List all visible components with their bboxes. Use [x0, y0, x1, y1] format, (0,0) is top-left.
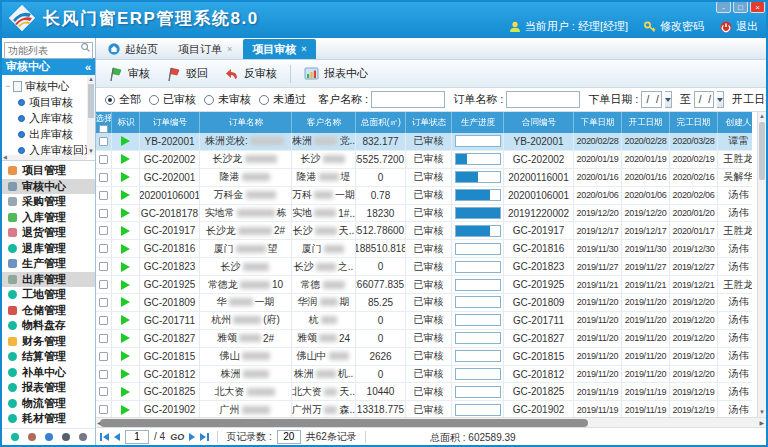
column-header-12[interactable]: 创建人 [718, 112, 760, 133]
column-header-2[interactable]: 订单编号 [140, 112, 200, 133]
table-row[interactable]: YB-202001株洲党校:株洲党..832.177已审核YB-20200120… [96, 133, 752, 151]
tree-expander-icon[interactable]: − [5, 81, 10, 91]
row-checkbox[interactable] [99, 334, 108, 343]
sidebar-item-9[interactable]: 仓储管理 [2, 303, 95, 319]
page-size-input[interactable] [277, 430, 301, 444]
tree-vertical-scrollbar[interactable]: ▲ ▼ [87, 75, 95, 155]
horizontal-scrollbar[interactable]: ◀ ▶ [96, 417, 766, 427]
row-checkbox[interactable] [99, 352, 108, 361]
table-row[interactable]: GC-201815佛山佛山中2626已审核GC-2018152019/11/20… [96, 348, 752, 366]
column-header-8[interactable]: 合同编号 [504, 112, 574, 133]
order-date-from-dropdown[interactable] [665, 91, 672, 108]
column-header-6[interactable]: 订单状态 [406, 112, 452, 133]
status-dot-icon[interactable] [11, 433, 19, 441]
sidebar-item-15[interactable]: 物流管理 [2, 396, 95, 412]
tab-close-icon[interactable]: × [301, 44, 306, 54]
prev-page-button[interactable] [114, 433, 120, 441]
row-checkbox[interactable] [99, 155, 108, 164]
table-row[interactable]: GC-201809华一期华润期85.25已审核GC-2018092019/11/… [96, 294, 752, 312]
scroll-thumb[interactable] [759, 122, 765, 180]
row-checkbox[interactable] [99, 137, 108, 146]
toolbar-button-报表中心[interactable]: 报表中心 [297, 63, 375, 85]
sidebar-item-14[interactable]: 报表管理 [2, 380, 95, 396]
column-header-7[interactable]: 生产进度 [452, 112, 504, 133]
tree-horizontal-scrollbar[interactable]: ◀ [2, 155, 87, 160]
table-row[interactable]: GC-201711杭州(府)杭0已审核GC-2017112019/11/2020… [96, 312, 752, 330]
vertical-scrollbar[interactable]: ▲ ▼ [757, 112, 766, 417]
sidebar-item-12[interactable]: 结算管理 [2, 349, 95, 365]
sidebar-item-11[interactable]: 财务管理 [2, 334, 95, 350]
collapse-icon[interactable]: « [85, 61, 91, 73]
scroll-up-icon[interactable]: ▲ [758, 112, 766, 121]
sidebar-item-2[interactable]: 采购管理 [2, 194, 95, 210]
logout-button[interactable]: 退出 [720, 19, 758, 34]
scroll-down-icon[interactable]: ▼ [758, 408, 766, 417]
customer-name-input[interactable] [371, 91, 445, 108]
row-checkbox[interactable] [99, 209, 108, 218]
maximize-button[interactable]: □ [733, 1, 748, 13]
tab-项目订单[interactable]: 项目订单× [169, 39, 241, 59]
tree-scroll-thumb[interactable] [88, 84, 94, 118]
tree-item-1[interactable]: 入库审核 [5, 110, 86, 126]
sidebar-item-13[interactable]: 补单中心 [2, 365, 95, 381]
page-number-input[interactable] [125, 430, 149, 444]
column-header-0[interactable]: 选择 [96, 112, 112, 133]
minimize-button[interactable]: - [716, 1, 731, 13]
sidebar-item-16[interactable]: 耗材管理 [2, 411, 95, 427]
row-checkbox[interactable] [99, 226, 108, 235]
table-row[interactable]: GC-201827雅颂2#雅颂240已审核GC-2018272019/11/20… [96, 330, 752, 348]
row-checkbox[interactable] [99, 173, 108, 182]
radio-全部[interactable]: 全部 [101, 92, 141, 107]
row-checkbox[interactable] [99, 316, 108, 325]
send-icon[interactable] [45, 433, 53, 441]
column-header-3[interactable]: 订单名称 [200, 112, 292, 133]
tab-close-icon[interactable]: × [227, 44, 232, 54]
sidebar-item-3[interactable]: 入库管理 [2, 210, 95, 226]
tree-item-2[interactable]: 出库审核 [5, 126, 86, 142]
close-button[interactable]: × [750, 1, 765, 13]
scroll-down-icon[interactable]: ▼ [87, 147, 95, 155]
table-row[interactable]: GC-201816厦门望厦门188510.818已审核GC-2018162019… [96, 240, 752, 258]
select-all-checkbox[interactable] [99, 125, 108, 133]
sidebar-item-0[interactable]: 项目管理 [2, 163, 95, 179]
hscroll-thumb[interactable] [100, 419, 588, 427]
radio-已审核[interactable]: 已审核 [145, 92, 196, 107]
column-header-1[interactable]: 标识 [112, 112, 140, 133]
table-row[interactable]: GC-201823长沙长沙之..0已审核GC-2018232019/11/272… [96, 258, 752, 276]
table-row[interactable]: GC-201917长沙龙2#长沙天..8512.78600..已审核GC-201… [96, 222, 752, 240]
column-header-11[interactable]: 完工日期 [670, 112, 718, 133]
scroll-up-icon[interactable]: ▲ [87, 75, 95, 83]
row-checkbox[interactable] [99, 191, 108, 200]
toolbar-button-反审核[interactable]: 反审核 [217, 63, 284, 85]
go-button[interactable]: GO [170, 432, 184, 442]
order-date-to-dropdown[interactable] [717, 91, 724, 108]
last-page-button[interactable] [200, 433, 209, 441]
row-checkbox[interactable] [99, 280, 108, 289]
column-header-4[interactable]: 客户名称 [292, 112, 356, 133]
tab-起始页[interactable]: 起始页 [99, 39, 167, 59]
sidebar-item-8[interactable]: 工地管理 [2, 287, 95, 303]
toolbar-button-驳回[interactable]: 驳回 [159, 63, 215, 85]
row-checkbox[interactable] [99, 387, 108, 396]
column-header-9[interactable]: 下单日期 [574, 112, 622, 133]
sidebar-item-7[interactable]: 出库管理 [2, 272, 95, 288]
row-checkbox[interactable] [99, 244, 108, 253]
radio-未通过[interactable]: 未通过 [255, 92, 306, 107]
order-date-to-input[interactable]: / / [694, 91, 714, 108]
doc-icon[interactable] [62, 433, 70, 441]
radio-未审核[interactable]: 未审核 [200, 92, 251, 107]
change-password-button[interactable]: 修改密码 [644, 19, 704, 34]
first-page-button[interactable] [100, 433, 109, 441]
tree-item-0[interactable]: 项目审核 [5, 94, 86, 110]
table-row[interactable]: GC-201812株洲株洲机..0已审核GC-2018122019/11/202… [96, 366, 752, 384]
sidebar-item-5[interactable]: 退库管理 [2, 241, 95, 257]
sidebar-item-1[interactable]: 审核中心 [2, 179, 95, 195]
sidebar-item-4[interactable]: 退货管理 [2, 225, 95, 241]
toolbar-button-审核[interactable]: 审核 [101, 63, 157, 85]
table-row[interactable]: GC-202002长沙龙长沙65525.7200..已审核GC-20200220… [96, 151, 752, 169]
table-row[interactable]: GC-201825北大资北大资天..10440已审核GC-2018252019/… [96, 383, 752, 401]
order-date-from-input[interactable]: / / [641, 91, 661, 108]
next-page-button[interactable] [189, 433, 195, 441]
column-header-5[interactable]: 总面积(㎡) [356, 112, 406, 133]
row-checkbox[interactable] [99, 370, 108, 379]
